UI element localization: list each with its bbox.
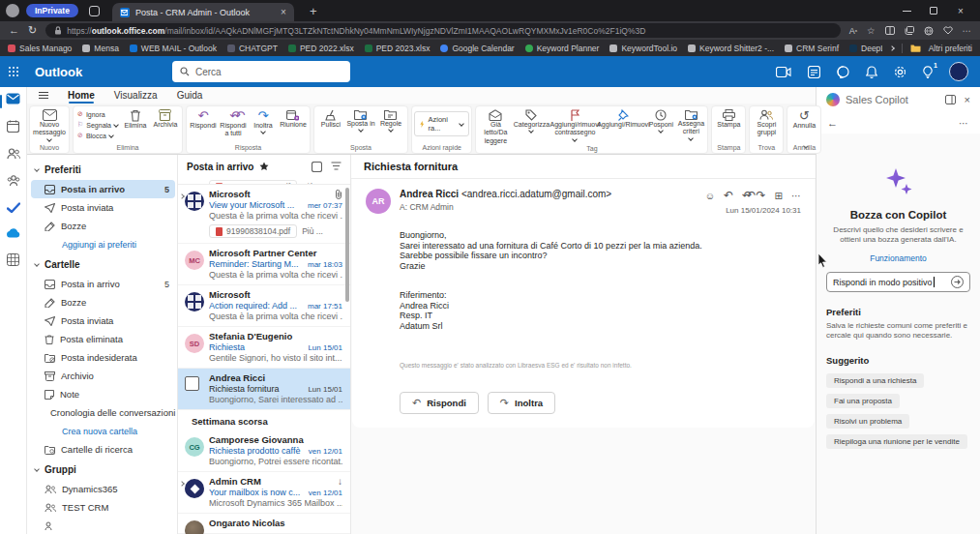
forward-icon[interactable]: ↷ [757, 189, 766, 202]
group-partial[interactable] [31, 517, 175, 534]
tips-icon[interactable]: 1 [923, 66, 933, 78]
block-button[interactable]: ⊘Blocca [77, 132, 118, 139]
tab-home[interactable]: Home [68, 90, 95, 101]
suggestion-chip[interactable]: Fai una proposta [826, 394, 900, 408]
bookmark[interactable]: PED 2023.xlsx [365, 44, 431, 53]
more-actions-icon[interactable]: ⋯ [791, 191, 801, 201]
split-screen-icon[interactable] [885, 26, 895, 35]
new-tab-button[interactable]: + [310, 4, 317, 18]
message-row[interactable]: Microsoft Action required: Add ...mar 17… [178, 285, 350, 327]
archive-button[interactable]: Archivia [151, 107, 180, 129]
settings-gear-icon[interactable] [894, 66, 906, 78]
rules-button[interactable]: Regole [376, 107, 405, 132]
list-scrollbar[interactable] [345, 188, 349, 302]
mail-icon[interactable] [6, 93, 20, 104]
delete-button[interactable]: Elimina [121, 107, 150, 130]
bookmark[interactable]: PED 2022.xlsx [288, 44, 354, 53]
favorites-header[interactable]: Preferiti [31, 159, 175, 180]
url-field[interactable]: https://outlook.office.com/mail/inbox/id… [45, 23, 841, 38]
print-button[interactable]: Stampa [714, 107, 743, 129]
star-icon[interactable] [259, 162, 269, 171]
message-row-partial[interactable]: Ongarato Nicolas [178, 514, 350, 534]
reply-all-button[interactable]: ↶↶ Rispondi a tutti [219, 107, 248, 138]
browser-more-icon[interactable]: ⋯ [963, 25, 972, 36]
apps-icon[interactable]: ⊞ [775, 191, 783, 201]
browser-tab[interactable]: Posta - CRM Admin - Outlook × [112, 3, 294, 21]
message-row[interactable]: MC Microsoft Partner Center Reminder: St… [178, 244, 350, 285]
favorites-star-icon[interactable]: ☆ [867, 25, 876, 36]
recipient-line[interactable]: A: CRM Admin [400, 202, 611, 212]
minimize-button[interactable] [893, 0, 920, 21]
browser-essentials-icon[interactable] [943, 26, 953, 35]
calendar-icon[interactable] [7, 120, 19, 133]
suggestion-chip[interactable]: Riepiloga una riunione per le vendite [826, 434, 967, 449]
undo-button[interactable]: ↺ Annulla [789, 107, 818, 130]
pin-panel-icon[interactable] [945, 95, 956, 104]
reply-icon[interactable]: ↶ [724, 189, 733, 202]
filter-icon[interactable] [331, 162, 342, 170]
close-button[interactable]: × [947, 0, 974, 21]
browser-profile-avatar[interactable] [6, 4, 19, 17]
people-icon[interactable] [7, 148, 20, 160]
select-messages-icon[interactable] [312, 162, 322, 172]
add-to-favorites-link[interactable]: Aggiungi ai preferiti [31, 235, 175, 253]
more-favorites-label[interactable]: Altri preferiti [929, 44, 972, 53]
reply-button[interactable]: ↶Rispondi [400, 392, 479, 414]
message-checkbox[interactable] [185, 376, 199, 391]
search-input[interactable]: Cerca [172, 61, 350, 82]
tab-guida[interactable]: Guida [177, 90, 203, 101]
back-icon[interactable]: ← [827, 117, 838, 129]
reply-button[interactable]: ↶ Rispondi [189, 107, 218, 130]
bookmark[interactable]: KeywordTool.io [609, 44, 677, 53]
collections-icon[interactable] [905, 26, 914, 35]
notifications-bell-icon[interactable] [866, 66, 877, 78]
meet-now-icon[interactable] [776, 67, 791, 77]
folder-note[interactable]: Note [31, 385, 175, 403]
reactions-icon[interactable]: ☺ [705, 191, 715, 201]
folder-posta-in-arrivo-fav[interactable]: Posta in arrivo5 [31, 180, 175, 198]
create-folder-link[interactable]: Crea nuova cartella [31, 422, 175, 440]
account-avatar[interactable] [949, 62, 968, 81]
discover-groups-button[interactable]: Scopri gruppi [752, 107, 781, 137]
quick-actions-button[interactable]: Azioni ra... [414, 111, 469, 136]
bookmark[interactable]: Google Calendar [440, 44, 514, 53]
folder-posta-in-arrivo[interactable]: Posta in arrivo5 [31, 275, 175, 293]
tab-close-icon[interactable]: × [281, 7, 286, 17]
tab-visualizza[interactable]: Visualizza [114, 90, 158, 101]
suggestion-chip[interactable]: Rispondi a una richiesta [826, 373, 924, 388]
bookmark[interactable]: CHATGPT [227, 44, 278, 53]
bookmark[interactable]: Mensa [82, 44, 119, 53]
folder-archivio[interactable]: Archivio [31, 367, 175, 385]
new-message-button[interactable]: Nuovo messaggio [32, 107, 67, 141]
forward-button[interactable]: ↷Inoltra [488, 392, 555, 414]
groups-icon[interactable] [7, 175, 20, 187]
attachment-chip[interactable]: 91990838104.pdf Più ... [209, 224, 342, 238]
chat-icon[interactable] [837, 66, 849, 78]
categorize-button[interactable]: Categorizza [514, 107, 549, 133]
folder-cronologia[interactable]: Cronologia delle conversazioni [31, 403, 175, 422]
read-unread-button[interactable]: Già letto/Da leggere [478, 107, 513, 145]
expand-conversation-icon[interactable] [179, 481, 185, 487]
group-dynamics365[interactable]: Dynamics365 [31, 480, 175, 498]
my-day-icon[interactable] [808, 66, 820, 78]
folders-header[interactable]: Cartelle [31, 253, 175, 275]
folder-posta-indesiderata[interactable]: Posta indesiderata [31, 348, 175, 367]
message-row-selected[interactable]: Andrea Ricci Richiesta fornituraLun 15/0… [178, 369, 350, 410]
sweep-button[interactable]: Pulisci [316, 107, 345, 129]
folder-posta-inviata-fav[interactable]: Posta inviata [31, 198, 175, 217]
report-button[interactable]: ⚐Segnala [77, 121, 118, 129]
forward-button[interactable]: ↷ Inoltra [249, 107, 278, 134]
group-test-crm[interactable]: TEST CRM [31, 498, 175, 517]
ignore-button[interactable]: ⊘Ignora [77, 110, 118, 118]
message-row[interactable]: SD Stefania D'Eugenio RichiestaLun 15/01… [178, 327, 350, 369]
bookmark[interactable]: Keyword Planner [525, 44, 600, 53]
extensions-icon[interactable] [924, 26, 934, 36]
bookmark[interactable]: WEB MAIL - Outlook [130, 44, 217, 53]
close-panel-icon[interactable]: × [965, 94, 970, 105]
bookmark[interactable]: Keyword Shitter2 -... [688, 44, 774, 53]
read-aloud-icon[interactable]: Aᵃ [849, 26, 857, 36]
more-apps-icon[interactable] [7, 253, 19, 266]
expand-conversation-icon[interactable] [179, 193, 185, 199]
more-icon[interactable]: ⋯ [959, 118, 969, 129]
hamburger-icon[interactable] [39, 92, 48, 100]
